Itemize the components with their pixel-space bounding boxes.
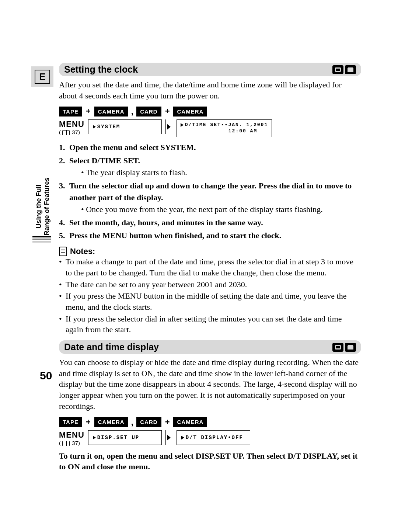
menu-ref: ( 37)	[59, 129, 84, 135]
comma: ,	[131, 106, 134, 117]
menu-label: MENU	[59, 119, 84, 129]
language-box: E	[31, 66, 53, 87]
notes-heading: Notes:	[59, 247, 361, 256]
card-chip: CARD	[136, 417, 161, 427]
camera-chip: CAMERA	[173, 107, 207, 117]
plus-icon: +	[164, 107, 171, 116]
arrow-separator	[165, 430, 173, 445]
menu-box-dtdisplay: D/T DISPLAY•OFF	[177, 430, 250, 445]
menu-nav-row-2: MENU ( 37) DISP.SET UP D/T DISPLAY•OFF	[59, 430, 361, 446]
book-icon	[62, 130, 70, 135]
plus-icon: +	[164, 417, 171, 427]
play-icon	[93, 125, 96, 129]
header-icons	[332, 343, 356, 352]
card-icon	[345, 65, 356, 74]
tape-icon	[332, 343, 343, 352]
steps-list: 1.Open the menu and select SYSTEM. 2.Sel…	[59, 142, 361, 241]
svg-rect-1	[336, 69, 340, 71]
section-header-datetime: Date and time display	[59, 340, 361, 354]
card-chip: CARD	[136, 107, 161, 117]
menu-ref: ( 37)	[59, 440, 84, 446]
page-number: 50	[40, 369, 52, 382]
menu-box-system: SYSTEM	[88, 119, 162, 134]
play-icon	[93, 436, 96, 439]
arrow-separator	[165, 119, 173, 134]
header-icons	[332, 65, 356, 74]
menu-box-dtime: D/TIME SET••JAN. 1,2001 12:00 AM	[177, 119, 272, 137]
play-icon	[181, 436, 184, 439]
closing-instruction: To turn it on, open the menu and select …	[59, 451, 361, 472]
camera-chip: CAMERA	[94, 417, 128, 427]
mode-row: TAPE + CAMERA , CARD + CAMERA	[59, 106, 361, 117]
tape-icon	[332, 65, 343, 74]
card-icon	[345, 343, 356, 352]
book-icon	[62, 441, 70, 446]
tape-chip: TAPE	[59, 107, 82, 117]
menu-label: MENU	[59, 430, 84, 440]
tape-chip: TAPE	[59, 417, 82, 427]
side-tab-label: Using the FullRange of Features	[35, 170, 51, 243]
intro-text: After you set the date and time, the dat…	[59, 79, 361, 101]
camera-chip: CAMERA	[94, 107, 128, 117]
section-header-clock: Setting the clock	[59, 63, 361, 76]
language-letter: E	[35, 70, 50, 84]
notes-icon	[59, 247, 67, 256]
menu-box-disp: DISP.SET UP	[88, 430, 162, 445]
plus-icon: +	[85, 107, 91, 116]
mode-row: TAPE + CAMERA , CARD + CAMERA	[59, 417, 361, 427]
section2-intro: You can choose to display or hide the da…	[59, 357, 361, 411]
camera-chip: CAMERA	[173, 417, 207, 427]
section-title: Setting the clock	[64, 64, 138, 75]
comma: ,	[131, 417, 134, 427]
menu-nav-row: MENU ( 37) SYSTEM D/TIME SET••JAN. 1,200…	[59, 119, 361, 137]
play-icon	[181, 123, 184, 127]
section-title: Date and time display	[64, 342, 159, 352]
notes-list: •To make a change to part of the date an…	[59, 256, 361, 335]
svg-rect-3	[336, 346, 340, 348]
plus-icon: +	[85, 417, 91, 427]
